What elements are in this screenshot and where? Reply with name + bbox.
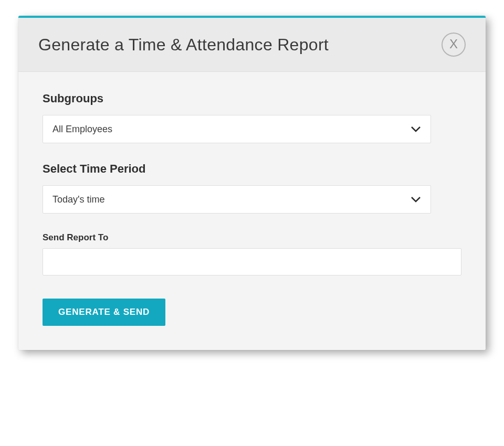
time-period-label: Select Time Period [43,162,461,176]
send-report-field: Send Report To [43,232,461,275]
report-modal: Generate a Time & Attendance Report X Su… [18,16,486,350]
subgroups-selected-value: All Employees [52,124,112,135]
close-icon: X [449,38,458,50]
modal-title: Generate a Time & Attendance Report [38,35,329,55]
modal-header: Generate a Time & Attendance Report X [18,18,486,72]
chevron-down-icon [411,124,421,134]
send-report-input[interactable] [43,248,461,275]
close-button[interactable]: X [442,33,466,57]
time-period-selected-value: Today's time [52,194,104,205]
send-report-label: Send Report To [43,232,461,243]
generate-send-button[interactable]: GENERATE & SEND [43,299,165,326]
time-period-field: Select Time Period Today's time [43,162,461,214]
modal-body: Subgroups All Employees Select Time Peri… [18,72,486,350]
subgroups-select[interactable]: All Employees [43,115,431,143]
time-period-select[interactable]: Today's time [43,185,431,214]
subgroups-label: Subgroups [43,92,461,105]
chevron-down-icon [411,194,421,205]
subgroups-field: Subgroups All Employees [43,92,461,143]
